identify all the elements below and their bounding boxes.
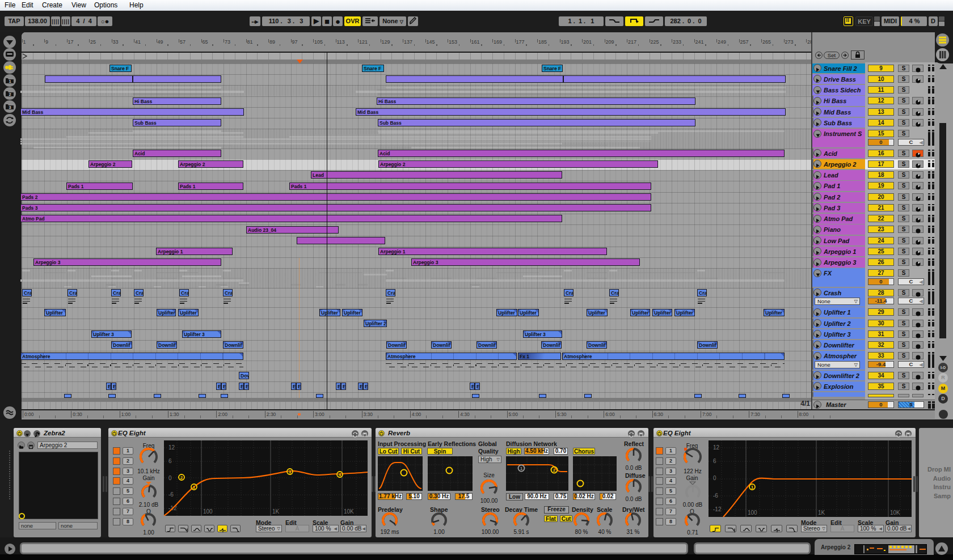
svg-text:1: 1 bbox=[751, 485, 754, 490]
svg-text:3: 3 bbox=[289, 469, 292, 474]
svg-text:100: 100 bbox=[203, 508, 213, 515]
svg-text:-6: -6 bbox=[168, 491, 174, 498]
svg-text:2: 2 bbox=[9, 92, 11, 97]
svg-text:4: 4 bbox=[339, 472, 341, 477]
svg-text:0: 0 bbox=[713, 475, 716, 481]
svg-text:-6: -6 bbox=[713, 493, 718, 499]
svg-text:1: 1 bbox=[193, 485, 196, 490]
svg-text:10K: 10K bbox=[344, 508, 354, 515]
svg-text:12: 12 bbox=[713, 444, 720, 451]
svg-text:3: 3 bbox=[9, 105, 11, 110]
svg-text:6: 6 bbox=[713, 458, 716, 464]
svg-text:100: 100 bbox=[748, 510, 757, 516]
svg-text:12: 12 bbox=[168, 444, 175, 451]
svg-text:1K: 1K bbox=[272, 508, 280, 515]
svg-text:2: 2 bbox=[180, 475, 183, 480]
svg-text:1K: 1K bbox=[818, 510, 825, 516]
svg-text:10K: 10K bbox=[890, 510, 900, 516]
svg-text:1: 1 bbox=[9, 79, 11, 84]
svg-text:-12: -12 bbox=[713, 506, 722, 512]
svg-text:0: 0 bbox=[168, 475, 172, 481]
svg-text:2: 2 bbox=[553, 468, 556, 473]
svg-text:6: 6 bbox=[168, 458, 172, 464]
svg-text:1: 1 bbox=[520, 466, 523, 471]
